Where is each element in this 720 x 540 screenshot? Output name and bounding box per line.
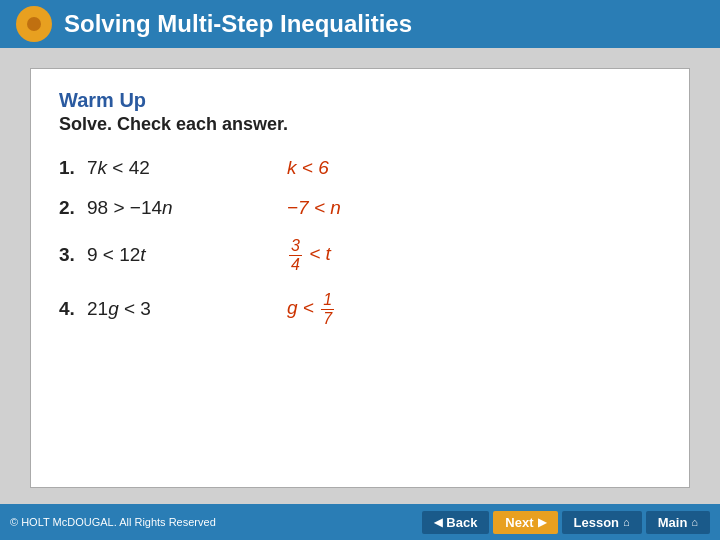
section-title: Warm Up xyxy=(59,89,661,112)
problem-4-expression: 21g < 3 xyxy=(87,298,287,320)
lesson-home-icon: ⌂ xyxy=(623,516,630,528)
problem-3-answer: 3 4 < t xyxy=(287,237,331,273)
numerator-1: 1 xyxy=(321,291,334,310)
lesson-button[interactable]: Lesson ⌂ xyxy=(562,511,642,534)
fraction-3-4: 3 4 xyxy=(289,237,302,273)
problem-1-answer: k < 6 xyxy=(287,157,329,179)
problem-4-number: 4. xyxy=(59,298,87,320)
problem-1-number: 1. xyxy=(59,157,87,179)
header-bar: Solving Multi-Step Inequalities xyxy=(0,0,720,48)
footer-bar: © HOLT McDOUGAL. All Rights Reserved ◀ B… xyxy=(0,504,720,540)
back-arrow-icon: ◀ xyxy=(434,516,442,529)
header-icon xyxy=(16,6,52,42)
problem-2: 2. 98 > −14n −7 < n xyxy=(59,197,661,219)
numerator-3: 3 xyxy=(289,237,302,256)
problem-4: 4. 21g < 3 g < 1 7 xyxy=(59,291,661,327)
denominator-7: 7 xyxy=(321,310,334,328)
problem-2-expression: 98 > −14n xyxy=(87,197,287,219)
fraction-1-7: 1 7 xyxy=(321,291,334,327)
page-title: Solving Multi-Step Inequalities xyxy=(64,10,412,38)
problem-4-answer: g < 1 7 xyxy=(287,291,336,327)
content-area: Warm Up Solve. Check each answer. 1. 7k … xyxy=(30,68,690,488)
problem-3-number: 3. xyxy=(59,244,87,266)
main-button[interactable]: Main ⌂ xyxy=(646,511,710,534)
problem-3-expression: 9 < 12t xyxy=(87,244,287,266)
nav-buttons: ◀ Back Next ▶ Lesson ⌂ Main ⌂ xyxy=(422,511,710,534)
problem-1: 1. 7k < 42 k < 6 xyxy=(59,157,661,179)
instruction-text: Solve. Check each answer. xyxy=(59,114,661,135)
problem-3: 3. 9 < 12t 3 4 < t xyxy=(59,237,661,273)
next-button[interactable]: Next ▶ xyxy=(493,511,557,534)
copyright-text: © HOLT McDOUGAL. All Rights Reserved xyxy=(10,516,216,528)
next-arrow-icon: ▶ xyxy=(538,516,546,529)
problem-2-number: 2. xyxy=(59,197,87,219)
denominator-4: 4 xyxy=(289,256,302,274)
back-button[interactable]: ◀ Back xyxy=(422,511,489,534)
problem-2-answer: −7 < n xyxy=(287,197,341,219)
main-home-icon: ⌂ xyxy=(691,516,698,528)
problem-1-expression: 7k < 42 xyxy=(87,157,287,179)
